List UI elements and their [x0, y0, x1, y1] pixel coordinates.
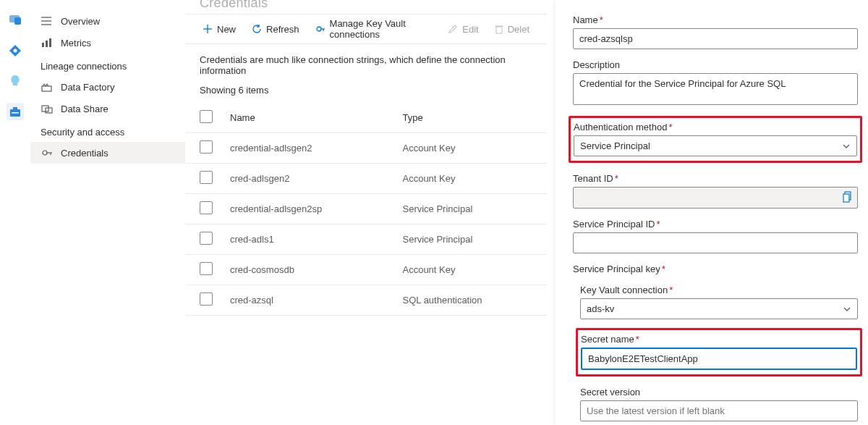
sidebar-item-datafactory[interactable]: Data Factory — [30, 76, 185, 98]
delete-button[interactable]: Delet — [488, 20, 537, 39]
table-row[interactable]: cred-adlsgen2Account Key — [185, 164, 547, 194]
table-row[interactable]: credential-adlsgen2spService Principal — [185, 194, 547, 224]
chart-icon — [41, 37, 54, 49]
svg-rect-13 — [42, 86, 51, 91]
row-name[interactable]: cred-adlsgen2 — [221, 164, 393, 194]
manage-label: Manage Key Vault connections — [330, 18, 433, 40]
row-type: Service Principal — [393, 224, 547, 255]
rail-insights-icon[interactable] — [7, 72, 24, 90]
column-type[interactable]: Type — [393, 103, 547, 133]
toolbar: New Refresh Manage Key Vault connections… — [185, 14, 547, 44]
secret-name-input[interactable] — [581, 348, 857, 370]
chevron-down-icon — [843, 305, 851, 314]
checkbox-icon[interactable] — [200, 293, 213, 306]
svg-rect-10 — [42, 43, 44, 47]
auth-method-value: Service Principal — [580, 140, 650, 151]
row-name[interactable]: cred-azsql — [221, 285, 393, 316]
checkbox-icon[interactable] — [200, 201, 213, 214]
share-icon — [41, 103, 54, 114]
svg-point-3 — [14, 49, 17, 53]
table-row[interactable]: credential-adlsgen2Account Key — [185, 133, 547, 164]
factory-icon — [41, 81, 54, 93]
svg-rect-6 — [12, 112, 19, 114]
sidebar-item-label: Credentials — [61, 148, 109, 159]
checkbox-icon[interactable] — [200, 262, 213, 275]
copy-icon[interactable] — [843, 191, 853, 203]
table-row[interactable]: cred-azsqlSQL authentication — [185, 285, 547, 316]
row-type: Account Key — [393, 133, 547, 164]
name-label: Name* — [573, 14, 858, 25]
sp-id-label: Service Principal ID* — [573, 219, 858, 230]
table-row[interactable]: cred-adls1Service Principal — [185, 224, 547, 255]
secret-version-label: Secret version — [580, 387, 858, 397]
rail-sources-icon[interactable] — [7, 12, 24, 29]
row-type: Account Key — [393, 255, 547, 285]
refresh-label: Refresh — [266, 24, 299, 35]
row-name[interactable]: cred-adls1 — [221, 224, 393, 255]
keyvault-icon — [315, 24, 326, 34]
new-button[interactable]: New — [195, 20, 243, 39]
description-input[interactable] — [573, 73, 858, 105]
refresh-button[interactable]: Refresh — [244, 20, 307, 39]
page-title: Credentials — [185, 0, 547, 14]
main-content: Credentials New Refresh Manage Key Vault… — [185, 0, 547, 425]
manage-button[interactable]: Manage Key Vault connections — [308, 14, 440, 44]
secret-version-input[interactable] — [580, 400, 858, 421]
checkbox-icon[interactable] — [200, 171, 213, 184]
delete-label: Delet — [508, 24, 529, 35]
showing-count: Showing 6 items — [185, 82, 547, 103]
tenant-id-label: Tenant ID* — [573, 173, 858, 184]
sp-key-label: Service Principal key* — [573, 264, 858, 274]
plus-icon — [203, 24, 213, 34]
sp-id-input[interactable] — [573, 232, 858, 253]
svg-rect-24 — [496, 27, 502, 33]
svg-rect-1 — [14, 17, 21, 25]
edit-button[interactable]: Edit — [441, 20, 485, 39]
credential-panel: Name* Description Authentication method*… — [556, 0, 868, 425]
row-type: SQL authentication — [393, 285, 547, 316]
row-type: Service Principal — [393, 194, 547, 224]
checkbox-icon — [200, 110, 213, 123]
sidebar-item-label: Data Share — [61, 104, 109, 114]
sidebar-item-credentials[interactable]: Credentials — [30, 142, 185, 164]
row-type: Account Key — [393, 164, 547, 194]
icon-rail — [0, 0, 30, 425]
description-text: Credentials are much like connection str… — [185, 44, 547, 82]
svg-rect-5 — [13, 107, 17, 109]
header-checkbox[interactable] — [185, 103, 221, 133]
rail-management-icon[interactable] — [7, 103, 24, 120]
column-name[interactable]: Name — [221, 103, 393, 133]
svg-rect-11 — [46, 41, 48, 47]
sidebar-item-label: Overview — [61, 16, 100, 27]
sidebar-item-datashare[interactable]: Data Share — [30, 98, 185, 119]
sidebar-item-label: Data Factory — [61, 82, 114, 93]
row-name[interactable]: credential-adlsgen2 — [221, 133, 393, 164]
name-input[interactable] — [573, 28, 858, 49]
sidebar-item-overview[interactable]: Overview — [30, 10, 185, 32]
svg-rect-27 — [843, 194, 849, 202]
sidebar: Overview Metrics Lineage connections Dat… — [30, 0, 185, 425]
kv-connection-select[interactable]: ads-kv — [580, 298, 858, 319]
secret-name-label: Secret name* — [581, 334, 857, 345]
table-row[interactable]: cred-cosmosdbAccount Key — [185, 255, 547, 285]
checkbox-icon[interactable] — [200, 140, 213, 153]
rail-map-icon[interactable] — [7, 42, 24, 59]
kv-connection-label: Key Vault connection* — [580, 285, 858, 295]
kv-connection-value: ads-kv — [587, 303, 614, 314]
chevron-down-icon — [842, 142, 851, 151]
sidebar-item-metrics[interactable]: Metrics — [30, 32, 185, 54]
checkbox-icon[interactable] — [200, 232, 213, 245]
auth-method-label: Authentication method* — [574, 122, 857, 132]
row-name[interactable]: cred-cosmosdb — [221, 255, 393, 285]
delete-icon — [495, 24, 503, 34]
auth-method-select[interactable]: Service Principal — [574, 135, 857, 156]
new-label: New — [217, 24, 236, 35]
row-name[interactable]: credential-adlsgen2sp — [221, 194, 393, 224]
edit-label: Edit — [462, 24, 478, 35]
key-icon — [41, 147, 54, 159]
sidebar-item-label: Metrics — [61, 38, 91, 49]
sidebar-heading-security: Security and access — [30, 119, 185, 142]
edit-icon — [448, 24, 458, 34]
tenant-id-field — [573, 187, 858, 209]
sidebar-heading-lineage: Lineage connections — [30, 54, 185, 76]
